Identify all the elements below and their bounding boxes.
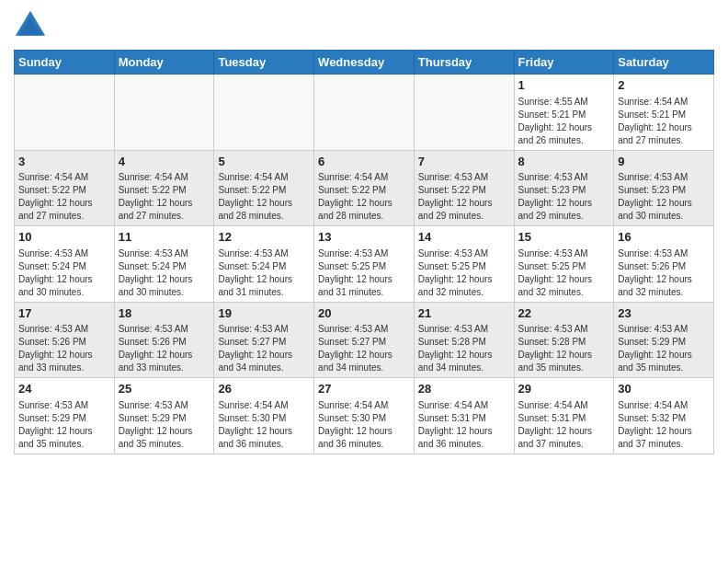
calendar-cell: 13Sunrise: 4:53 AM Sunset: 5:25 PM Dayli… bbox=[314, 226, 415, 303]
calendar-cell: 19Sunrise: 4:53 AM Sunset: 5:27 PM Dayli… bbox=[214, 302, 314, 378]
day-number: 23 bbox=[618, 305, 710, 322]
page: SundayMondayTuesdayWednesdayThursdayFrid… bbox=[0, 0, 728, 468]
day-number: 9 bbox=[618, 154, 710, 170]
day-number: 24 bbox=[18, 381, 110, 397]
day-number: 29 bbox=[518, 381, 610, 397]
day-number: 7 bbox=[418, 154, 510, 170]
calendar-cell: 14Sunrise: 4:53 AM Sunset: 5:25 PM Dayli… bbox=[414, 226, 514, 303]
weekday-header-row: SundayMondayTuesdayWednesdayThursdayFrid… bbox=[15, 51, 714, 75]
day-number: 11 bbox=[119, 229, 210, 246]
calendar-cell: 4Sunrise: 4:54 AM Sunset: 5:22 PM Daylig… bbox=[114, 150, 214, 226]
day-number: 18 bbox=[119, 305, 210, 322]
day-number: 28 bbox=[418, 381, 510, 397]
day-info: Sunrise: 4:53 AM Sunset: 5:29 PM Dayligh… bbox=[618, 323, 710, 374]
calendar-cell: 7Sunrise: 4:53 AM Sunset: 5:22 PM Daylig… bbox=[414, 150, 514, 226]
day-number: 26 bbox=[218, 381, 310, 397]
day-info: Sunrise: 4:53 AM Sunset: 5:26 PM Dayligh… bbox=[119, 323, 210, 374]
day-info: Sunrise: 4:54 AM Sunset: 5:32 PM Dayligh… bbox=[618, 399, 710, 451]
day-info: Sunrise: 4:53 AM Sunset: 5:24 PM Dayligh… bbox=[119, 247, 210, 299]
calendar-cell bbox=[15, 75, 115, 151]
day-number: 19 bbox=[218, 305, 310, 322]
calendar-cell bbox=[414, 75, 514, 151]
day-info: Sunrise: 4:53 AM Sunset: 5:27 PM Dayligh… bbox=[218, 323, 310, 374]
day-number: 27 bbox=[318, 381, 410, 397]
calendar-cell: 28Sunrise: 4:54 AM Sunset: 5:31 PM Dayli… bbox=[414, 378, 514, 454]
day-number: 16 bbox=[618, 229, 710, 246]
calendar-cell: 16Sunrise: 4:53 AM Sunset: 5:26 PM Dayli… bbox=[614, 226, 714, 303]
weekday-header: Sunday bbox=[15, 51, 115, 75]
day-info: Sunrise: 4:54 AM Sunset: 5:22 PM Dayligh… bbox=[18, 171, 110, 223]
calendar-cell: 29Sunrise: 4:54 AM Sunset: 5:31 PM Dayli… bbox=[514, 378, 614, 454]
logo-icon bbox=[14, 9, 47, 42]
day-number: 2 bbox=[618, 77, 710, 94]
header bbox=[14, 9, 714, 42]
day-number: 25 bbox=[119, 381, 210, 397]
day-number: 10 bbox=[18, 229, 110, 246]
calendar-cell: 5Sunrise: 4:54 AM Sunset: 5:22 PM Daylig… bbox=[214, 150, 314, 226]
calendar-cell: 18Sunrise: 4:53 AM Sunset: 5:26 PM Dayli… bbox=[114, 302, 214, 378]
logo bbox=[14, 9, 51, 42]
day-number: 21 bbox=[418, 305, 510, 322]
calendar-cell: 25Sunrise: 4:53 AM Sunset: 5:29 PM Dayli… bbox=[114, 378, 214, 454]
day-info: Sunrise: 4:53 AM Sunset: 5:23 PM Dayligh… bbox=[518, 171, 610, 223]
day-number: 14 bbox=[418, 229, 510, 246]
calendar-cell: 9Sunrise: 4:53 AM Sunset: 5:23 PM Daylig… bbox=[614, 150, 714, 226]
calendar-cell: 20Sunrise: 4:53 AM Sunset: 5:27 PM Dayli… bbox=[314, 302, 415, 378]
calendar-cell: 26Sunrise: 4:54 AM Sunset: 5:30 PM Dayli… bbox=[214, 378, 314, 454]
calendar-cell: 8Sunrise: 4:53 AM Sunset: 5:23 PM Daylig… bbox=[514, 150, 614, 226]
calendar-cell: 30Sunrise: 4:54 AM Sunset: 5:32 PM Dayli… bbox=[614, 378, 714, 454]
day-info: Sunrise: 4:54 AM Sunset: 5:30 PM Dayligh… bbox=[218, 399, 310, 451]
weekday-header: Tuesday bbox=[214, 51, 314, 75]
weekday-header: Thursday bbox=[414, 51, 514, 75]
day-info: Sunrise: 4:53 AM Sunset: 5:26 PM Dayligh… bbox=[18, 323, 110, 374]
day-number: 6 bbox=[318, 154, 410, 170]
day-info: Sunrise: 4:53 AM Sunset: 5:25 PM Dayligh… bbox=[318, 247, 410, 299]
calendar-cell: 22Sunrise: 4:53 AM Sunset: 5:28 PM Dayli… bbox=[514, 302, 614, 378]
day-info: Sunrise: 4:54 AM Sunset: 5:22 PM Dayligh… bbox=[119, 171, 210, 223]
day-info: Sunrise: 4:54 AM Sunset: 5:22 PM Dayligh… bbox=[318, 171, 410, 223]
calendar-cell: 21Sunrise: 4:53 AM Sunset: 5:28 PM Dayli… bbox=[414, 302, 514, 378]
calendar-week-row: 1Sunrise: 4:55 AM Sunset: 5:21 PM Daylig… bbox=[15, 75, 714, 151]
calendar-cell: 1Sunrise: 4:55 AM Sunset: 5:21 PM Daylig… bbox=[514, 75, 614, 151]
day-number: 15 bbox=[518, 229, 610, 246]
calendar-week-row: 17Sunrise: 4:53 AM Sunset: 5:26 PM Dayli… bbox=[15, 302, 714, 378]
weekday-header: Wednesday bbox=[314, 51, 415, 75]
day-number: 20 bbox=[318, 305, 410, 322]
day-info: Sunrise: 4:53 AM Sunset: 5:28 PM Dayligh… bbox=[518, 323, 610, 374]
calendar-cell: 3Sunrise: 4:54 AM Sunset: 5:22 PM Daylig… bbox=[15, 150, 115, 226]
day-number: 5 bbox=[218, 154, 310, 170]
calendar-cell bbox=[214, 75, 314, 151]
calendar-week-row: 10Sunrise: 4:53 AM Sunset: 5:24 PM Dayli… bbox=[15, 226, 714, 303]
day-number: 12 bbox=[218, 229, 310, 246]
calendar-cell bbox=[114, 75, 214, 151]
day-info: Sunrise: 4:53 AM Sunset: 5:23 PM Dayligh… bbox=[618, 171, 710, 223]
calendar-cell: 6Sunrise: 4:54 AM Sunset: 5:22 PM Daylig… bbox=[314, 150, 415, 226]
calendar-cell bbox=[314, 75, 415, 151]
day-info: Sunrise: 4:53 AM Sunset: 5:26 PM Dayligh… bbox=[618, 247, 710, 299]
day-info: Sunrise: 4:53 AM Sunset: 5:25 PM Dayligh… bbox=[518, 247, 610, 299]
day-number: 8 bbox=[518, 154, 610, 170]
day-info: Sunrise: 4:54 AM Sunset: 5:30 PM Dayligh… bbox=[318, 399, 410, 451]
day-number: 4 bbox=[119, 154, 210, 170]
calendar-cell: 27Sunrise: 4:54 AM Sunset: 5:30 PM Dayli… bbox=[314, 378, 415, 454]
weekday-header: Saturday bbox=[614, 51, 714, 75]
day-info: Sunrise: 4:53 AM Sunset: 5:25 PM Dayligh… bbox=[418, 247, 510, 299]
day-info: Sunrise: 4:53 AM Sunset: 5:29 PM Dayligh… bbox=[18, 399, 110, 451]
day-info: Sunrise: 4:55 AM Sunset: 5:21 PM Dayligh… bbox=[518, 96, 610, 147]
calendar-week-row: 24Sunrise: 4:53 AM Sunset: 5:29 PM Dayli… bbox=[15, 378, 714, 454]
day-number: 1 bbox=[518, 77, 610, 94]
day-info: Sunrise: 4:53 AM Sunset: 5:22 PM Dayligh… bbox=[418, 171, 510, 223]
day-info: Sunrise: 4:54 AM Sunset: 5:31 PM Dayligh… bbox=[418, 399, 510, 451]
calendar-cell: 24Sunrise: 4:53 AM Sunset: 5:29 PM Dayli… bbox=[15, 378, 115, 454]
calendar: SundayMondayTuesdayWednesdayThursdayFrid… bbox=[14, 50, 714, 454]
day-info: Sunrise: 4:53 AM Sunset: 5:24 PM Dayligh… bbox=[18, 247, 110, 299]
calendar-cell: 15Sunrise: 4:53 AM Sunset: 5:25 PM Dayli… bbox=[514, 226, 614, 303]
day-number: 3 bbox=[18, 154, 110, 170]
calendar-cell: 23Sunrise: 4:53 AM Sunset: 5:29 PM Dayli… bbox=[614, 302, 714, 378]
day-info: Sunrise: 4:53 AM Sunset: 5:27 PM Dayligh… bbox=[318, 323, 410, 374]
calendar-cell: 2Sunrise: 4:54 AM Sunset: 5:21 PM Daylig… bbox=[614, 75, 714, 151]
weekday-header: Friday bbox=[514, 51, 614, 75]
weekday-header: Monday bbox=[114, 51, 214, 75]
day-info: Sunrise: 4:54 AM Sunset: 5:21 PM Dayligh… bbox=[618, 96, 710, 147]
day-number: 22 bbox=[518, 305, 610, 322]
